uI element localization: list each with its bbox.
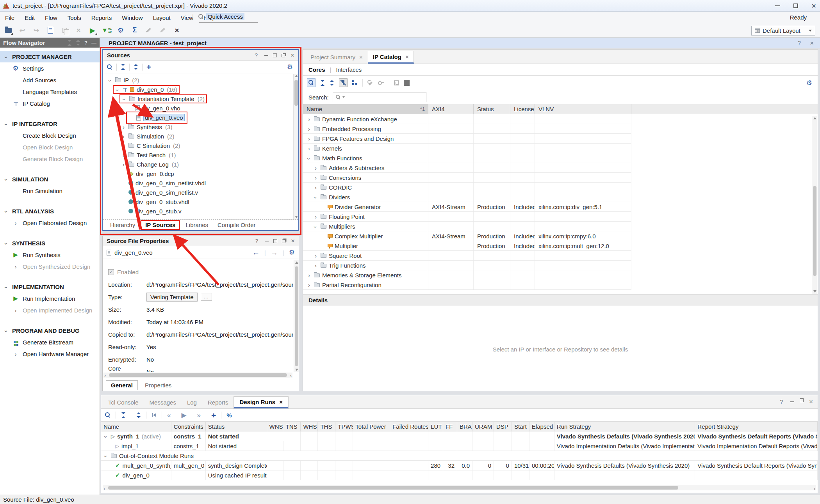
catalog-row-multiplier[interactable]: ›MultiplierProductionIncludedxilinx.com:… (303, 241, 631, 251)
window-close-icon[interactable]: × (811, 2, 816, 10)
tree-item-synthesis[interactable]: ›Synthesis(3) (103, 122, 298, 131)
chevron-right-icon[interactable]: › (307, 136, 312, 142)
column-header-run-strategy[interactable]: Run Strategy (554, 422, 695, 431)
column-header-wns[interactable]: WNS (267, 422, 283, 431)
tab-messages[interactable]: Messages (144, 396, 182, 408)
maximize-panel-icon[interactable] (273, 239, 277, 243)
chevron-right-icon[interactable]: › (307, 146, 312, 151)
search-toggle[interactable] (307, 78, 316, 87)
layout-selector[interactable]: Default Layout (751, 26, 815, 35)
tree-item-div-gen-0-stub-v[interactable]: ›div_gen_0_stub.v (103, 206, 298, 216)
menu-flow[interactable]: Flow (40, 12, 62, 23)
add-sources-icon[interactable]: + (146, 63, 151, 71)
expand-all-icon[interactable] (330, 80, 334, 86)
tree-item-ip[interactable]: ›IP(2) (103, 75, 298, 85)
create-run-icon[interactable]: + (211, 411, 216, 419)
column-header-ff[interactable]: FF (443, 422, 457, 431)
close-icon[interactable]: × (359, 54, 363, 60)
scroll-down-icon[interactable] (813, 290, 816, 293)
close-panel-icon[interactable]: × (809, 398, 813, 405)
column-header-total-power[interactable]: Total Power (353, 422, 390, 431)
expand-all-icon[interactable] (134, 64, 138, 70)
sidebar-item-run-synthesis[interactable]: ▶Run Synthesis (0, 249, 100, 261)
flow-section-header-synthesis[interactable]: ›SYNTHESIS (0, 237, 100, 249)
chevron-down-icon[interactable]: › (313, 224, 319, 229)
chevron-right-icon[interactable]: › (121, 133, 126, 139)
flow-section-header-project-manager[interactable]: ›PROJECT MANAGER (0, 51, 100, 62)
menu-layout[interactable]: Layout (148, 12, 176, 23)
open-project-button[interactable] (3, 25, 13, 35)
info-icon[interactable] (404, 80, 410, 86)
forward-arrow-icon[interactable]: → (271, 249, 278, 256)
window-minimize-icon[interactable] (775, 5, 780, 6)
chevron-down-icon[interactable]: › (4, 209, 9, 214)
help-icon[interactable]: ? (796, 39, 803, 46)
column-header-elapsed[interactable]: Elapsed (529, 422, 554, 431)
chevron-down-icon[interactable]: › (107, 78, 113, 83)
scroll-up-icon[interactable] (813, 117, 816, 119)
column-header-axi4[interactable]: AXI4 (428, 104, 474, 114)
menu-tools[interactable]: Tools (62, 12, 86, 23)
tab-properties[interactable]: Properties (140, 381, 176, 390)
run-row-div-gen-0[interactable]: ✓div_gen_0Using cached IP results (101, 470, 818, 480)
chevron-right-icon[interactable]: › (313, 165, 318, 171)
chevron-down-icon[interactable]: › (103, 454, 109, 459)
catalog-row-partial-reconfiguration[interactable]: ›Partial Reconfiguration (303, 280, 631, 290)
catalog-row-dividers[interactable]: ›Dividers (303, 192, 631, 202)
percent-icon[interactable]: % (226, 412, 232, 419)
tree-item-change-log[interactable]: ›Change Log(1) (103, 160, 298, 169)
minimize-panel-icon[interactable]: — (91, 40, 96, 46)
scroll-right-icon[interactable]: › (290, 373, 292, 379)
flow-section-header-ip-integrator[interactable]: ›IP INTEGRATOR (0, 118, 100, 130)
maximize-panel-icon[interactable] (273, 53, 277, 57)
catalog-scrollbar[interactable] (812, 116, 817, 294)
hierarchy-icon[interactable] (352, 80, 358, 85)
catalog-row-embedded-processing[interactable]: ›Embedded Processing (303, 124, 631, 134)
scroll-left-icon[interactable]: ‹ (103, 486, 105, 492)
chevron-right-icon[interactable]: › (307, 116, 312, 122)
run-button[interactable]: ▶ (87, 25, 98, 35)
flow-section-header-rtl-analysis[interactable]: ›RTL ANALYSIS (0, 205, 100, 217)
chevron-right-icon[interactable]: › (313, 263, 318, 268)
expand-all-icon[interactable] (136, 412, 141, 418)
menu-file[interactable]: File (0, 12, 20, 23)
tab-ip-sources[interactable]: IP Sources (141, 220, 180, 230)
chevron-down-icon[interactable]: › (306, 156, 312, 161)
chevron-down-icon[interactable]: › (103, 434, 109, 439)
flow-section-header-program-and-debug[interactable]: ›PROGRAM AND DEBUG (0, 325, 100, 336)
column-header-bram[interactable]: BRAM (457, 422, 472, 431)
license-key-icon[interactable] (378, 80, 384, 85)
step-forward-icon[interactable]: » (197, 412, 201, 419)
chevron-right-icon[interactable]: › (121, 161, 126, 167)
type-button[interactable]: Verilog Template (146, 293, 198, 302)
search-icon[interactable] (107, 64, 112, 70)
gear-icon[interactable]: ⚙ (289, 249, 295, 256)
column-header-name[interactable]: Name (101, 422, 171, 431)
chevron-right-icon[interactable]: › (121, 124, 126, 130)
sidebar-item-generate-bitstream[interactable]: Generate Bitstream (0, 336, 100, 348)
scroll-left-icon[interactable]: ‹ (104, 373, 106, 379)
column-header-license[interactable]: License (510, 104, 535, 114)
close-panel-icon[interactable]: × (291, 238, 295, 244)
ellipsis-button[interactable]: ... (201, 293, 212, 301)
catalog-row-cordic[interactable]: ›CORDIC (303, 183, 631, 192)
chevron-down-icon[interactable]: › (4, 285, 9, 290)
sources-scrollbar[interactable] (293, 74, 298, 219)
menu-window[interactable]: Window (117, 12, 148, 23)
scroll-down-icon[interactable] (295, 216, 298, 218)
run-row-mult-gen-0-synth-1[interactable]: ✓mult_gen_0_synth_1mult_gen_0synth_desig… (101, 461, 818, 470)
chevron-right-icon[interactable]: › (313, 175, 318, 181)
minimize-panel-icon[interactable] (790, 401, 794, 402)
tab-compile-order[interactable]: Compile Order (214, 221, 260, 229)
gear-icon[interactable]: ⚙ (806, 80, 812, 86)
scrollbar-thumb[interactable] (108, 486, 678, 490)
quick-access-search[interactable]: | Quick Access (192, 13, 244, 20)
tab-general[interactable]: General (106, 380, 138, 390)
catalog-search-input[interactable] (333, 92, 426, 102)
catalog-row-multipliers[interactable]: ›Multipliers (303, 222, 631, 231)
sidebar-item-settings[interactable]: ⚙Settings (0, 62, 100, 74)
column-header-whs[interactable]: WHS (301, 422, 318, 431)
scroll-up-icon[interactable] (295, 261, 298, 264)
catalog-row-kernels[interactable]: ›Kernels (303, 144, 631, 153)
chevron-down-icon[interactable]: › (4, 241, 9, 246)
